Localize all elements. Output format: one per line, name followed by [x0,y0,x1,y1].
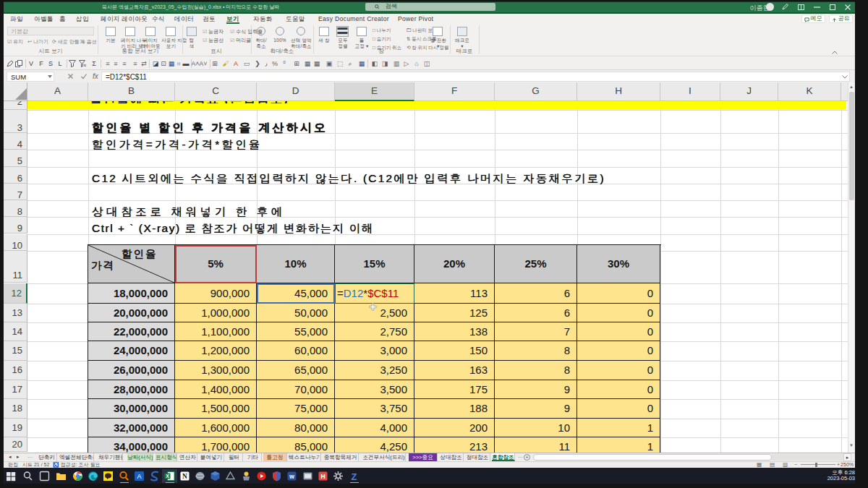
svg-text:H: H [320,473,325,480]
svg-text:A: A [137,473,141,480]
svg-text:X: X [166,474,169,479]
svg-text:w: w [289,473,294,480]
svg-text:Z: Z [352,471,357,482]
svg-text:N: N [182,473,187,480]
